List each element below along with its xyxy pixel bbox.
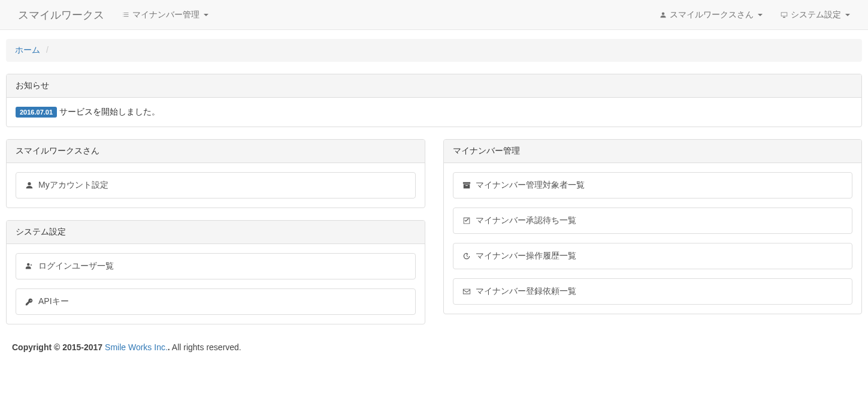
account-panel-title: スマイルワークスさん: [7, 140, 425, 163]
user-icon: [25, 181, 34, 190]
nav-mynumber-label: マイナンバー管理: [132, 10, 199, 20]
mynumber-targets-link[interactable]: マイナンバー管理対象者一覧: [453, 172, 853, 199]
mynumber-pending-label: マイナンバー承認待ち一覧: [476, 215, 576, 226]
footer: Copyright © 2015-2017 Smile Works Inc.. …: [6, 336, 862, 364]
system-settings-panel: システム設定 ログインユーザ一覧 APIキー: [6, 220, 425, 324]
breadcrumb-separator: /: [43, 45, 52, 55]
notice-panel: お知らせ 2016.07.01 サービスを開始しました。: [6, 74, 862, 127]
account-panel: スマイルワークスさん Myアカウント設定: [6, 139, 425, 208]
mynumber-history-link[interactable]: マイナンバー操作履歴一覧: [453, 243, 853, 269]
key-icon: [25, 297, 34, 306]
footer-copyright-prefix: Copyright © 2015-2017: [12, 342, 105, 352]
caret-down-icon: [204, 14, 208, 16]
nav-user-dropdown[interactable]: スマイルワークスさん: [651, 1, 772, 29]
myaccount-settings-label: Myアカウント設定: [38, 180, 108, 191]
right-column: マイナンバー管理 マイナンバー管理対象者一覧 マイナンバー承認待ち一覧 マイナン…: [443, 139, 863, 336]
envelope-icon: [462, 287, 471, 296]
system-settings-panel-body: ログインユーザ一覧 APIキー: [7, 244, 425, 324]
notice-date-badge: 2016.07.01: [16, 107, 57, 118]
mynumber-panel-body: マイナンバー管理対象者一覧 マイナンバー承認待ち一覧 マイナンバー操作履歴一覧 …: [444, 163, 862, 314]
check-square-icon: [462, 216, 471, 225]
left-column: スマイルワークスさん Myアカウント設定 システム設定 ログインユーザ一覧: [6, 139, 425, 336]
notice-panel-body: 2016.07.01 サービスを開始しました。: [7, 98, 861, 127]
mynumber-requests-link[interactable]: マイナンバー登録依頼一覧: [453, 278, 853, 305]
user-icon: [660, 11, 667, 19]
mynumber-pending-link[interactable]: マイナンバー承認待ち一覧: [453, 207, 853, 234]
nav-user-label: スマイルワークスさん: [670, 10, 754, 20]
footer-suffix: All rights reserved.: [170, 342, 241, 352]
breadcrumb-home[interactable]: ホーム: [15, 45, 40, 55]
monitor-icon: [781, 11, 788, 19]
footer-company-link[interactable]: Smile Works Inc.: [105, 342, 168, 352]
nav-system-settings-label: システム設定: [791, 10, 841, 20]
caret-down-icon: [845, 14, 850, 16]
brand[interactable]: スマイルワークス: [9, 0, 113, 31]
list-icon: [122, 11, 129, 19]
api-key-label: APIキー: [38, 296, 69, 307]
navbar-left: スマイルワークス マイナンバー管理: [9, 0, 217, 31]
nav-mynumber-dropdown[interactable]: マイナンバー管理: [113, 1, 217, 29]
notice-message: サービスを開始しました。: [59, 107, 160, 116]
main-container: ホーム / お知らせ 2016.07.01 サービスを開始しました。 スマイルワ…: [0, 30, 868, 373]
archive-icon: [462, 181, 471, 190]
account-panel-body: Myアカウント設定: [7, 163, 425, 207]
nav-system-settings-dropdown[interactable]: システム設定: [772, 1, 859, 29]
notice-panel-title: お知らせ: [7, 74, 861, 98]
navbar: スマイルワークス マイナンバー管理 スマイルワークスさん システム設定: [0, 0, 868, 30]
breadcrumb: ホーム /: [6, 39, 862, 62]
navbar-right: スマイルワークスさん システム設定: [651, 1, 859, 29]
mynumber-panel: マイナンバー管理 マイナンバー管理対象者一覧 マイナンバー承認待ち一覧 マイナン…: [443, 139, 863, 314]
caret-down-icon: [758, 14, 763, 16]
panels-row: スマイルワークスさん Myアカウント設定 システム設定 ログインユーザ一覧: [6, 139, 862, 336]
history-icon: [462, 252, 471, 260]
login-users-link[interactable]: ログインユーザ一覧: [16, 253, 416, 279]
mynumber-targets-label: マイナンバー管理対象者一覧: [476, 180, 585, 191]
mynumber-requests-label: マイナンバー登録依頼一覧: [476, 286, 576, 297]
mynumber-history-label: マイナンバー操作履歴一覧: [476, 251, 576, 261]
myaccount-settings-link[interactable]: Myアカウント設定: [16, 172, 416, 199]
user-plus-icon: [25, 262, 34, 270]
mynumber-panel-title: マイナンバー管理: [444, 140, 862, 163]
system-settings-panel-title: システム設定: [7, 221, 425, 244]
login-users-label: ログインユーザ一覧: [38, 261, 114, 272]
api-key-link[interactable]: APIキー: [16, 288, 416, 315]
